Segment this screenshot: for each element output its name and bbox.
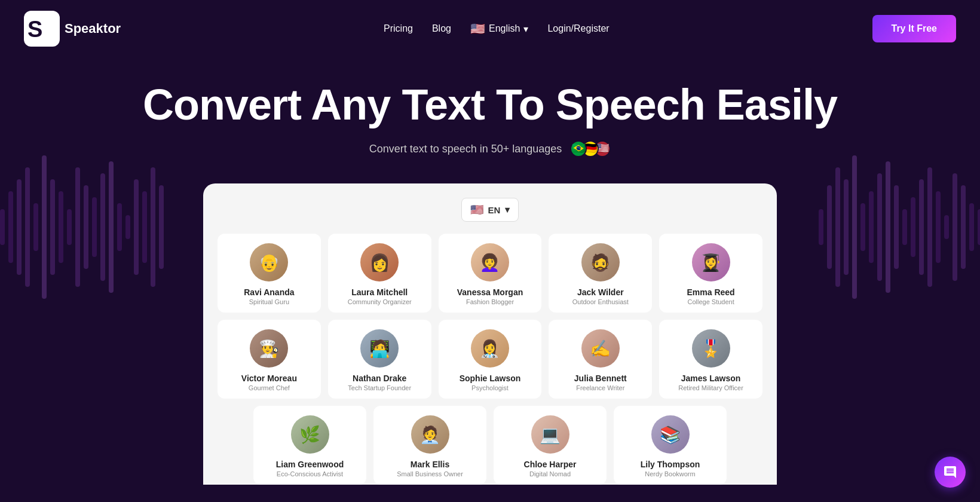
svg-rect-23 — [835, 167, 840, 287]
voice-card-jack-wilder[interactable]: 🧔Jack WilderOutdoor Enthusiast — [549, 234, 652, 313]
svg-rect-32 — [911, 197, 915, 257]
svg-rect-40 — [978, 209, 980, 245]
chat-bubble-button[interactable] — [935, 457, 966, 488]
voice-name: Sophie Lawson — [445, 374, 536, 383]
voice-card-ravi-ananda[interactable]: 👴Ravi AnandaSpiritual Guru — [218, 234, 321, 313]
voice-name: Nathan Drake — [334, 374, 425, 383]
login-register-link[interactable]: Login/Register — [547, 23, 609, 34]
svg-rect-24 — [844, 179, 849, 275]
voice-role: Fashion Blogger — [445, 298, 536, 305]
svg-rect-11 — [84, 185, 88, 269]
svg-rect-15 — [117, 203, 122, 251]
svg-rect-8 — [59, 191, 63, 263]
dropdown-icon: ▾ — [505, 204, 510, 215]
voice-name: Lily Thompson — [620, 460, 721, 469]
voice-card-chloe-harper[interactable]: 💻Chloe HarperDigital Nomad — [494, 406, 607, 485]
voice-name: Julia Bennett — [555, 374, 646, 383]
voice-card-lily-thompson[interactable]: 📚Lily ThompsonNerdy Bookworm — [614, 406, 727, 485]
voice-name: James Lawson — [665, 374, 757, 383]
svg-rect-16 — [125, 215, 130, 239]
voice-role: Eco-Conscious Activist — [259, 470, 360, 477]
chevron-down-icon: ▾ — [523, 23, 528, 35]
voice-role: Gourmet Chef — [223, 384, 315, 391]
voice-role: Digital Nomad — [500, 470, 601, 477]
nav-blog[interactable]: Blog — [432, 23, 451, 34]
logo[interactable]: S Speaktor — [24, 11, 121, 47]
svg-rect-26 — [860, 203, 865, 251]
svg-rect-18 — [142, 191, 147, 263]
nav-links: Pricing Blog 🇺🇸 English ▾ Login/Register — [384, 22, 610, 36]
voice-card-james-lawson[interactable]: 🎖️James LawsonRetired Military Officer — [659, 320, 762, 399]
voice-card-victor-moreau[interactable]: 👨‍🍳Victor MoreauGourmet Chef — [218, 320, 321, 399]
svg-rect-1 — [0, 209, 5, 245]
voice-card-liam-greenwood[interactable]: 🌿Liam GreenwoodEco-Conscious Activist — [253, 406, 366, 485]
voice-name: Chloe Harper — [500, 460, 601, 469]
voice-name: Mark Ellis — [379, 460, 480, 469]
svg-rect-9 — [67, 209, 72, 245]
app-window: 🇺🇸 EN ▾ 👴Ravi AnandaSpiritual Guru👩Laura… — [203, 183, 777, 485]
svg-rect-6 — [42, 155, 47, 299]
svg-rect-33 — [919, 179, 924, 275]
svg-rect-29 — [886, 161, 890, 293]
svg-rect-13 — [100, 173, 105, 281]
svg-rect-12 — [92, 197, 97, 257]
voice-card-laura-mitchell[interactable]: 👩Laura MitchellCommunity Organizer — [328, 234, 431, 313]
svg-rect-17 — [134, 179, 139, 275]
voice-role: College Student — [665, 298, 757, 305]
voice-grid-row2: 👨‍🍳Victor MoreauGourmet Chef🧑‍💻Nathan Dr… — [218, 320, 762, 399]
voice-role: Outdoor Enthusiast — [555, 298, 646, 305]
language-selector[interactable]: 🇺🇸 English ▾ — [470, 22, 528, 36]
svg-rect-28 — [877, 173, 882, 281]
voice-card-mark-ellis[interactable]: 🧑‍💼Mark EllisSmall Business Owner — [373, 406, 486, 485]
svg-rect-39 — [969, 203, 974, 251]
voice-role: Spiritual Guru — [223, 298, 315, 305]
voice-card-nathan-drake[interactable]: 🧑‍💻Nathan DrakeTech Startup Founder — [328, 320, 431, 399]
svg-text:S: S — [27, 17, 42, 42]
hero-subtitle: Convert text to speech in 50+ languages … — [12, 140, 968, 157]
language-label: English — [489, 23, 520, 34]
voice-card-emma-reed[interactable]: 👩‍🎓Emma ReedCollege Student — [659, 234, 762, 313]
voice-name: Vanessa Morgan — [445, 287, 536, 297]
voice-card-julia-bennett[interactable]: ✍️Julia BennettFreelance Writer — [549, 320, 652, 399]
svg-rect-19 — [151, 167, 155, 287]
voice-name: Emma Reed — [665, 287, 757, 297]
voice-role: Freelance Writer — [555, 384, 646, 391]
voice-name: Jack Wilder — [555, 287, 646, 297]
svg-rect-2 — [8, 191, 13, 263]
hero-section: Convert Any Text To Speech Easily Conver… — [0, 57, 980, 169]
svg-rect-36 — [944, 215, 949, 239]
svg-rect-30 — [894, 185, 899, 269]
voice-role: Retired Military Officer — [665, 384, 757, 391]
en-label: EN — [488, 205, 501, 215]
voice-role: Psychologist — [445, 384, 536, 391]
svg-rect-4 — [25, 167, 30, 287]
svg-rect-27 — [869, 191, 874, 263]
svg-rect-34 — [927, 167, 932, 287]
voice-card-sophie-lawson[interactable]: 👩‍⚕️Sophie LawsonPsychologist — [439, 320, 542, 399]
logo-text: Speaktor — [65, 21, 121, 36]
voice-name: Ravi Ananda — [223, 287, 315, 297]
svg-rect-10 — [75, 167, 80, 287]
voice-grid-row1: 👴Ravi AnandaSpiritual Guru👩Laura Mitchel… — [218, 234, 762, 313]
svg-rect-25 — [852, 155, 857, 299]
voice-name: Victor Moreau — [223, 374, 315, 383]
voice-role: Community Organizer — [334, 298, 425, 305]
navbar: S Speaktor Pricing Blog 🇺🇸 English ▾ Log… — [0, 0, 980, 57]
svg-rect-20 — [159, 185, 164, 269]
hero-title: Convert Any Text To Speech Easily — [12, 81, 968, 128]
svg-rect-38 — [961, 185, 966, 269]
voice-card-vanessa-morgan[interactable]: 👩‍🦱Vanessa MorganFashion Blogger — [439, 234, 542, 313]
try-free-button[interactable]: Try It Free — [872, 15, 956, 42]
svg-rect-31 — [902, 209, 907, 245]
en-language-selector[interactable]: 🇺🇸 EN ▾ — [461, 198, 519, 222]
nav-pricing[interactable]: Pricing — [384, 23, 413, 34]
svg-rect-7 — [50, 179, 55, 275]
voice-role: Tech Startup Founder — [334, 384, 425, 391]
svg-rect-22 — [827, 185, 832, 269]
svg-rect-14 — [109, 161, 114, 293]
voice-grid-row3: 🌿Liam GreenwoodEco-Conscious Activist🧑‍💼… — [218, 406, 762, 485]
svg-rect-35 — [936, 191, 941, 263]
voice-role: Small Business Owner — [379, 470, 480, 477]
svg-rect-37 — [953, 173, 957, 281]
svg-rect-21 — [819, 209, 823, 245]
